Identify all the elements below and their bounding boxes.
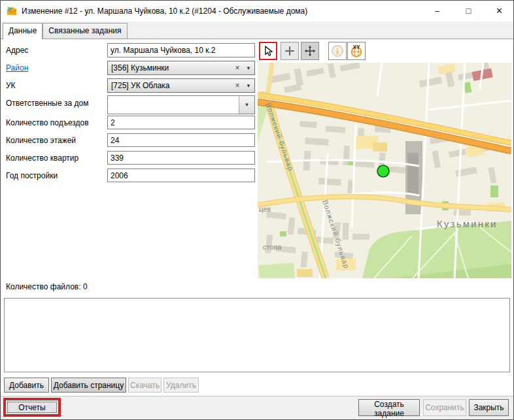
responsible-dropdown-button[interactable]: ▼ bbox=[239, 96, 254, 114]
files-list[interactable] bbox=[4, 298, 510, 372]
responsible-combo-value bbox=[108, 96, 239, 114]
tab-data[interactable]: Данные bbox=[3, 23, 43, 39]
delete-file-button: Удалить bbox=[163, 378, 199, 393]
district-dropdown-icon[interactable]: ▼ bbox=[243, 65, 254, 71]
svg-text:цев: цев bbox=[259, 205, 271, 213]
tab-strip: Данные Связанные задания bbox=[1, 22, 513, 39]
move-arrows-icon bbox=[303, 44, 317, 57]
plus-crosshair-icon bbox=[283, 44, 296, 57]
pan-tool-button[interactable] bbox=[301, 42, 319, 60]
district-clear-icon[interactable]: × bbox=[232, 63, 243, 73]
close-dialog-button[interactable]: Закрыть bbox=[469, 399, 509, 416]
uk-combo[interactable]: [725] УК Облака × ▼ bbox=[107, 78, 255, 93]
crosshair-tool-button[interactable] bbox=[281, 42, 299, 60]
xy-coordinates-tool-button[interactable]: XY bbox=[347, 42, 366, 60]
year-label: Год постройки bbox=[6, 171, 58, 180]
address-input[interactable] bbox=[107, 43, 255, 57]
add-page-button[interactable]: Добавить страницу bbox=[51, 378, 126, 393]
responsible-label: Ответственные за дом bbox=[6, 99, 88, 108]
apartments-input[interactable] bbox=[107, 151, 255, 165]
dialog-window: Изменение #12 - ул. Маршала Чуйкова, 10 … bbox=[0, 0, 514, 420]
tab-content: Адрес Район [356] Кузьминки × ▼ УК [725]… bbox=[1, 39, 513, 396]
floors-label: Количество этажей bbox=[6, 136, 76, 145]
save-button: Сохранить bbox=[423, 399, 466, 416]
title-bar: Изменение #12 - ул. Маршала Чуйкова, 10 … bbox=[1, 1, 513, 22]
district-combo-value: [356] Кузьминки bbox=[111, 63, 232, 73]
map-graphic: Волжский бульвар Волжский бульвар Кузьми… bbox=[258, 63, 511, 278]
entrances-label: Количество подъездов bbox=[6, 118, 89, 127]
info-icon: i bbox=[330, 44, 345, 58]
responsible-dropdown-icon: ▼ bbox=[245, 102, 250, 108]
uk-dropdown-icon[interactable]: ▼ bbox=[243, 83, 254, 89]
reports-button[interactable]: Отчеты bbox=[5, 400, 59, 415]
select-tool-button[interactable] bbox=[259, 42, 277, 60]
reports-annotation-highlight: Отчеты bbox=[3, 398, 61, 417]
svg-text:XY: XY bbox=[352, 44, 360, 50]
xy-globe-icon: XY bbox=[349, 44, 364, 58]
add-file-button[interactable]: Добавить bbox=[4, 378, 49, 393]
app-envelope-icon bbox=[7, 6, 17, 16]
download-file-button: Скачать bbox=[128, 378, 162, 393]
map[interactable]: Волжский бульвар Волжский бульвар Кузьми… bbox=[258, 63, 511, 278]
svg-text:стова: стова bbox=[263, 243, 282, 251]
responsible-combo[interactable]: ▼ bbox=[107, 95, 255, 114]
district-combo[interactable]: [356] Кузьминки × ▼ bbox=[107, 61, 255, 75]
address-label: Адрес bbox=[6, 46, 28, 55]
district-link[interactable]: Район bbox=[6, 63, 28, 73]
files-count-label: Количество файлов: 0 bbox=[6, 282, 88, 291]
create-task-button[interactable]: Создать задание bbox=[358, 399, 420, 416]
apartments-label: Количество квартир bbox=[6, 153, 78, 163]
cursor-arrow-icon bbox=[262, 44, 275, 57]
uk-clear-icon[interactable]: × bbox=[232, 81, 243, 90]
window-title: Изменение #12 - ул. Маршала Чуйкова, 10 … bbox=[22, 1, 307, 22]
minimize-button[interactable]: – bbox=[422, 1, 452, 22]
year-input[interactable] bbox=[107, 169, 255, 182]
footer-bar: Отчеты Создать задание Сохранить Закрыть bbox=[1, 396, 513, 420]
tab-linked-tasks[interactable]: Связанные задания bbox=[43, 23, 127, 39]
map-marker[interactable] bbox=[377, 165, 389, 177]
close-button[interactable]: ✕ bbox=[485, 1, 514, 22]
maximize-button[interactable]: □ bbox=[454, 1, 483, 22]
uk-label: УК bbox=[6, 81, 16, 90]
floors-input[interactable] bbox=[107, 133, 255, 147]
uk-combo-value: [725] УК Облака bbox=[111, 81, 232, 90]
entrances-input[interactable] bbox=[107, 116, 255, 129]
info-tool-button[interactable]: i bbox=[328, 42, 347, 60]
svg-text:Кузьминки: Кузьминки bbox=[437, 219, 498, 229]
